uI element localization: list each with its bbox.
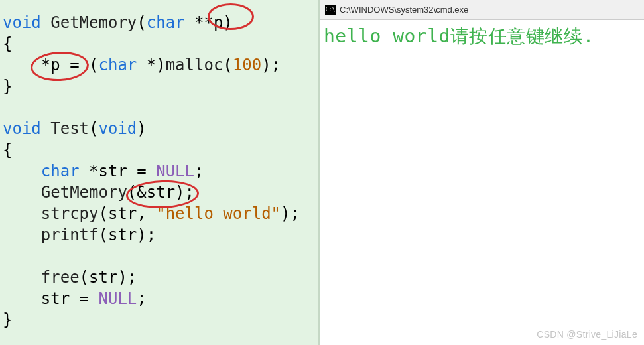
paren: (	[137, 13, 146, 32]
indent	[3, 56, 41, 74]
semi: ;	[194, 162, 204, 180]
paren: (	[89, 119, 98, 138]
open: (str,	[99, 204, 157, 223]
args-open: (	[223, 56, 232, 74]
null-literal: NULL	[156, 162, 194, 180]
space	[41, 13, 50, 32]
call-args: (str);	[99, 226, 157, 244]
null-literal: NULL	[99, 289, 137, 308]
args-close: );	[261, 56, 281, 74]
code-line: GetMemory(&str);	[3, 182, 316, 203]
call-name: strcpy	[41, 204, 99, 223]
indent	[3, 289, 41, 308]
lhs: *p =	[41, 56, 89, 74]
code-line: {	[3, 139, 316, 161]
console-output: hello world请按任意键继续.	[320, 20, 644, 53]
code-line: }	[3, 76, 316, 97]
code-line: *p = (char *)malloc(100);	[3, 54, 316, 76]
call-args: (&str);	[127, 183, 194, 202]
func-name: GetMemory	[50, 13, 137, 32]
code-line: char *str = NULL;	[3, 161, 316, 182]
param-rest: )	[137, 119, 146, 138]
code-line-blank	[3, 97, 316, 118]
decl-rest: *str =	[80, 162, 157, 180]
keyword-char: char	[99, 56, 137, 74]
call-name: printf	[41, 226, 99, 244]
code-line: printf(str);	[3, 224, 316, 245]
call-name: GetMemory	[41, 183, 127, 202]
cast-rest: *)	[137, 56, 165, 74]
cmd-icon: C:\	[325, 5, 336, 15]
code-line: }	[3, 309, 316, 330]
keyword-void: void	[3, 119, 41, 138]
code-line: str = NULL;	[3, 288, 316, 309]
lhs: str =	[41, 289, 99, 308]
indent	[3, 226, 41, 244]
indent	[3, 268, 41, 287]
number: 100	[233, 56, 261, 74]
watermark-text: CSDN @Strive_LiJiaLe	[537, 329, 637, 340]
code-line-blank	[3, 245, 316, 267]
code-line: strcpy(str, "hello world");	[3, 203, 316, 224]
string-literal: "hello world"	[156, 204, 281, 223]
code-line: free(str);	[3, 267, 316, 288]
keyword-char: char	[147, 13, 185, 32]
close: );	[281, 204, 300, 223]
code-line: {	[3, 33, 316, 54]
indent	[3, 204, 41, 223]
indent	[3, 183, 41, 202]
call-args: (str);	[80, 268, 137, 287]
cast-open: (	[89, 56, 98, 74]
keyword-char: char	[41, 162, 80, 180]
keyword-void: void	[99, 119, 137, 138]
code-editor-pane: void GetMemory(char **p) { *p = (char *)…	[0, 0, 318, 345]
console-window: C:\ C:\WINDOWS\system32\cmd.exe hello wo…	[318, 0, 644, 345]
space	[41, 119, 50, 138]
indent	[3, 162, 41, 180]
call-name: free	[41, 268, 80, 287]
console-title-text: C:\WINDOWS\system32\cmd.exe	[340, 5, 468, 15]
console-title-bar[interactable]: C:\ C:\WINDOWS\system32\cmd.exe	[320, 0, 644, 20]
func-name: Test	[50, 119, 89, 138]
keyword-void: void	[3, 13, 41, 32]
param-rest: **p)	[185, 13, 233, 32]
code-line: void Test(void)	[3, 118, 316, 139]
code-line: void GetMemory(char **p)	[3, 12, 316, 33]
call-malloc: malloc	[166, 56, 224, 74]
semi: ;	[137, 289, 146, 308]
